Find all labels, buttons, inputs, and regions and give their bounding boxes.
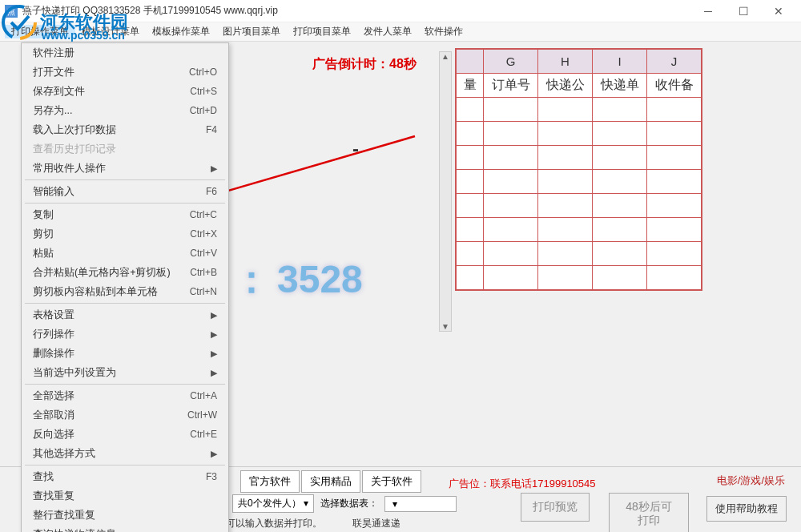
grid-cell[interactable]	[484, 194, 538, 218]
menu-item-12[interactable]: 粘贴Ctrl+V	[22, 244, 228, 263]
menu-item-26[interactable]: 查找F3	[22, 467, 228, 486]
grid-cell[interactable]	[593, 266, 647, 290]
grid-cell[interactable]	[593, 98, 647, 122]
submenu-arrow-icon: ▶	[211, 310, 217, 320]
col-header[interactable]: H	[538, 50, 593, 74]
titlebar: 燕 燕子快递打印 QQ38133528 手机17199910545 www.qq…	[0, 0, 801, 22]
menu-item-11[interactable]: 剪切Ctrl+X	[22, 224, 228, 244]
grid-cell[interactable]	[538, 266, 593, 290]
menu-2[interactable]: 模板操作菜单	[146, 25, 216, 38]
grid-cell[interactable]	[538, 122, 593, 146]
entertainment-link[interactable]: 电影/游戏/娱乐	[717, 474, 785, 488]
menu-item-0[interactable]: 软件注册	[22, 43, 228, 62]
minimize-button[interactable]: ─	[690, 0, 726, 22]
field-header[interactable]: 收件备	[647, 74, 702, 98]
grid-cell[interactable]	[647, 98, 702, 122]
grid-cell[interactable]	[647, 266, 702, 290]
field-header[interactable]: 订单号	[484, 74, 538, 98]
grid-cell[interactable]	[647, 218, 702, 242]
menu-1[interactable]: 模板设计菜单	[75, 25, 146, 38]
grid-cell[interactable]	[484, 266, 538, 290]
menu-5[interactable]: 发件人菜单	[357, 25, 418, 38]
grid-cell[interactable]	[484, 170, 538, 194]
grid-cell[interactable]	[538, 194, 593, 218]
print-preview-button[interactable]: 打印预览	[521, 493, 590, 522]
grid-cell[interactable]	[593, 242, 647, 266]
ad-contact-label: 广告位：联系电话17199910545	[449, 477, 596, 491]
menu-item-17[interactable]: 行列操作▶	[22, 324, 228, 344]
menu-item-8[interactable]: 智能输入F6	[22, 182, 228, 201]
menu-item-4[interactable]: 载入上次打印数据F4	[22, 120, 228, 139]
scroll-up-icon[interactable]: ▲	[441, 52, 449, 61]
menu-item-19[interactable]: 当前选中列设置为▶	[22, 363, 228, 382]
ad-countdown: 广告倒计时：48秒	[312, 56, 417, 73]
grid-cell[interactable]	[647, 170, 702, 194]
menu-item-6[interactable]: 常用收件人操作▶	[22, 159, 228, 178]
menu-item-24[interactable]: 其他选择方式▶	[22, 444, 228, 463]
grid-cell[interactable]	[647, 242, 702, 266]
submenu-arrow-icon: ▶	[211, 449, 217, 459]
grid-cell[interactable]	[484, 146, 538, 170]
grid-cell[interactable]	[538, 98, 593, 122]
menu-item-27[interactable]: 查找重复	[22, 486, 228, 506]
menu-4[interactable]: 打印项目菜单	[287, 25, 357, 38]
grid-cell[interactable]	[484, 122, 538, 146]
grid-cell[interactable]	[593, 146, 647, 170]
field-header[interactable]: 快递公	[538, 74, 593, 98]
grid-cell[interactable]	[484, 242, 538, 266]
col-header[interactable]: J	[647, 50, 702, 74]
footer-tab-2[interactable]: 关于软件	[362, 470, 421, 493]
submenu-arrow-icon: ▶	[211, 368, 217, 378]
grid-cell[interactable]	[538, 146, 593, 170]
select-table-label: 选择数据表：	[320, 497, 378, 510]
grid-cell[interactable]	[593, 218, 647, 242]
menu-item-28[interactable]: 整行查找重复	[22, 506, 228, 525]
help-tutorial-button[interactable]: 使用帮助教程	[706, 496, 787, 522]
menu-item-1[interactable]: 打开文件Ctrl+O	[22, 62, 228, 82]
grid-cell[interactable]	[538, 218, 593, 242]
grid-cell[interactable]	[538, 242, 593, 266]
grid-cell[interactable]	[538, 170, 593, 194]
menu-6[interactable]: 软件操作	[418, 25, 469, 38]
col-header[interactable]: I	[593, 50, 647, 74]
field-header[interactable]: 快递单	[593, 74, 647, 98]
scroll-down-icon[interactable]: ▼	[441, 322, 449, 331]
grid-cell[interactable]	[484, 98, 538, 122]
grid-cell[interactable]	[647, 122, 702, 146]
menu-item-14[interactable]: 剪切板内容粘贴到本单元格Ctrl+N	[22, 282, 228, 301]
table-select[interactable]: ▾	[384, 496, 457, 512]
menu-item-3[interactable]: 另存为...Ctrl+D	[22, 101, 228, 120]
footer-tab-0[interactable]: 官方软件	[240, 470, 300, 493]
grid-cell[interactable]	[647, 146, 702, 170]
menu-item-13[interactable]: 合并粘贴(单元格内容+剪切板)Ctrl+B	[22, 263, 228, 282]
maximize-button[interactable]: ☐	[726, 0, 761, 22]
menu-0[interactable]: 打印操作菜单	[5, 25, 75, 38]
grid-cell[interactable]	[484, 218, 538, 242]
menu-3[interactable]: 图片项目菜单	[216, 25, 287, 38]
data-grid[interactable]: GHIJ量订单号快递公快递单收件备	[455, 48, 702, 291]
bg-dash: -	[352, 138, 359, 160]
menu-item-18[interactable]: 删除操作▶	[22, 344, 228, 363]
col-header[interactable]: G	[484, 50, 538, 74]
sender-select[interactable]: 共0个发件人） ▾	[232, 494, 314, 513]
grid-cell[interactable]	[593, 194, 647, 218]
grid-cell[interactable]	[647, 194, 702, 218]
close-button[interactable]: ✕	[761, 0, 796, 22]
submenu-arrow-icon: ▶	[211, 329, 217, 340]
menubar: 打印操作菜单模板设计菜单模板操作菜单图片项目菜单打印项目菜单发件人菜单软件操作	[0, 22, 801, 42]
menu-item-22[interactable]: 全部取消Ctrl+W	[22, 405, 228, 425]
menu-separator	[25, 179, 225, 180]
menu-item-29[interactable]: 查询快递物流信息	[22, 525, 228, 532]
submenu-arrow-icon: ▶	[211, 349, 217, 359]
grid-cell[interactable]	[593, 122, 647, 146]
footer-tab-1[interactable]: 实用精品	[301, 470, 360, 493]
menu-separator	[25, 384, 225, 385]
menu-item-10[interactable]: 复制Ctrl+C	[22, 205, 228, 224]
menu-item-23[interactable]: 反向选择Ctrl+E	[22, 425, 228, 444]
menu-item-16[interactable]: 表格设置▶	[22, 305, 228, 324]
vertical-scrollbar[interactable]: ▲ ▼	[439, 51, 452, 332]
menu-item-2[interactable]: 保存到文件Ctrl+S	[22, 82, 228, 101]
menu-item-21[interactable]: 全部选择Ctrl+A	[22, 386, 228, 405]
grid-cell[interactable]	[593, 170, 647, 194]
print-button[interactable]: 48秒后可打印	[609, 493, 689, 532]
